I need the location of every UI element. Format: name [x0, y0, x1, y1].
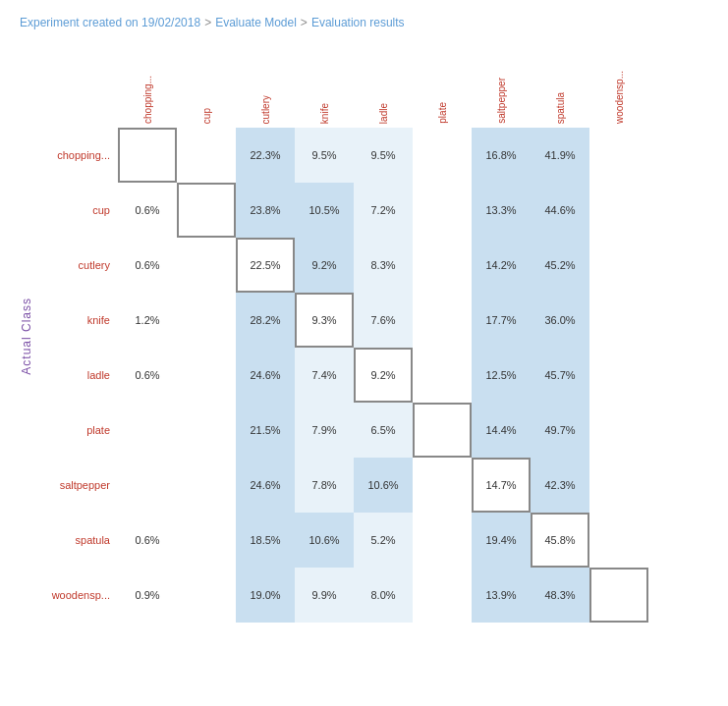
matrix-cell: 14.4%: [472, 403, 531, 458]
matrix-cell: [413, 403, 472, 458]
matrix-cell: 9.5%: [295, 128, 354, 183]
matrix-cell: [413, 183, 472, 238]
matrix-cell: 13.3%: [472, 183, 531, 238]
matrix-cell: [413, 513, 472, 568]
matrix-cell: 24.6%: [236, 458, 295, 513]
matrix-cell: [589, 293, 648, 348]
table-row: ladle0.6%24.6%7.4%9.2%12.5%45.7%: [39, 348, 648, 403]
col-header: cup: [177, 49, 236, 128]
matrix-cell: 6.5%: [354, 403, 413, 458]
matrix-cell: [177, 513, 236, 568]
matrix-cell: 24.6%: [236, 348, 295, 403]
matrix-cell: [589, 458, 648, 513]
matrix-cell: 10.6%: [354, 458, 413, 513]
matrix-cell: [413, 293, 472, 348]
matrix-cell: 8.0%: [354, 568, 413, 623]
row-label: cup: [39, 204, 118, 216]
matrix-cell: 14.7%: [472, 458, 531, 513]
col-header: ladle: [354, 49, 413, 128]
matrix-cell: 5.2%: [354, 513, 413, 568]
matrix-cell: 18.5%: [236, 513, 295, 568]
matrix-cell: 22.3%: [236, 128, 295, 183]
matrix-cell: 49.7%: [531, 403, 589, 458]
matrix-cell: 9.3%: [295, 293, 354, 348]
breadcrumb-part2[interactable]: Evaluate Model: [215, 16, 297, 29]
matrix-cell: 45.7%: [531, 348, 589, 403]
matrix-cell: [413, 128, 472, 183]
matrix-cell: [118, 128, 177, 183]
matrix-cell: 21.5%: [236, 403, 295, 458]
matrix-rows: chopping...22.3%9.5%9.5%16.8%41.9%cup0.6…: [39, 128, 648, 623]
row-label: ladle: [39, 369, 118, 381]
matrix-cell: 13.9%: [472, 568, 531, 623]
matrix-cell: 28.2%: [236, 293, 295, 348]
col-header: woodensp...: [589, 49, 648, 128]
confusion-matrix: chopping...cupcutleryknifeladleplatesalt…: [39, 49, 648, 623]
matrix-cell: 12.5%: [472, 348, 531, 403]
matrix-cell: 17.7%: [472, 293, 531, 348]
row-label: cutlery: [39, 259, 118, 271]
matrix-cell: 7.9%: [295, 403, 354, 458]
matrix-cell: [177, 128, 236, 183]
breadcrumb-sep2: >: [301, 16, 308, 29]
breadcrumb-part3[interactable]: Evaluation results: [311, 16, 405, 29]
matrix-cell: [177, 238, 236, 293]
matrix-cell: [589, 183, 648, 238]
row-label: spatula: [39, 534, 118, 546]
matrix-cell: [589, 568, 648, 623]
breadcrumb-part1[interactable]: Experiment created on 19/02/2018: [20, 16, 200, 29]
matrix-cell: [118, 458, 177, 513]
matrix-cell: 7.2%: [354, 183, 413, 238]
row-label: plate: [39, 424, 118, 436]
matrix-cell: 10.5%: [295, 183, 354, 238]
matrix-cell: [589, 128, 648, 183]
matrix-cell: 7.8%: [295, 458, 354, 513]
matrix-cell: [177, 293, 236, 348]
matrix-cell: [589, 238, 648, 293]
matrix-cell: [177, 183, 236, 238]
col-header: saltpepper: [472, 49, 531, 128]
row-label: saltpepper: [39, 479, 118, 491]
col-header: cutlery: [236, 49, 295, 128]
matrix-cell: 1.2%: [118, 293, 177, 348]
matrix-cell: 0.6%: [118, 348, 177, 403]
matrix-cell: 0.6%: [118, 238, 177, 293]
matrix-cell: 45.2%: [531, 238, 589, 293]
matrix-cell: 9.9%: [295, 568, 354, 623]
matrix-cell: 22.5%: [236, 238, 295, 293]
breadcrumb-sep1: >: [204, 16, 211, 29]
y-axis-label: Actual Class: [20, 298, 33, 375]
matrix-cell: [413, 568, 472, 623]
matrix-cell: 45.8%: [531, 513, 589, 568]
matrix-cell: [589, 348, 648, 403]
matrix-cell: 23.8%: [236, 183, 295, 238]
matrix-cell: 48.3%: [531, 568, 589, 623]
matrix-cell: 36.0%: [531, 293, 589, 348]
col-header: spatula: [531, 49, 589, 128]
column-headers: chopping...cupcutleryknifeladleplatesalt…: [118, 49, 648, 128]
matrix-cell: 8.3%: [354, 238, 413, 293]
table-row: knife1.2%28.2%9.3%7.6%17.7%36.0%: [39, 293, 648, 348]
table-row: saltpepper24.6%7.8%10.6%14.7%42.3%: [39, 458, 648, 513]
matrix-cell: 42.3%: [531, 458, 589, 513]
matrix-cell: 9.5%: [354, 128, 413, 183]
matrix-cell: 9.2%: [295, 238, 354, 293]
matrix-cell: 19.4%: [472, 513, 531, 568]
matrix-cell: 0.6%: [118, 513, 177, 568]
matrix-cell: [413, 458, 472, 513]
breadcrumb: Experiment created on 19/02/2018 > Evalu…: [20, 16, 708, 29]
matrix-cell: [177, 348, 236, 403]
matrix-cell: [589, 403, 648, 458]
matrix-cell: 10.6%: [295, 513, 354, 568]
matrix-cell: 0.9%: [118, 568, 177, 623]
matrix-cell: 7.4%: [295, 348, 354, 403]
table-row: chopping...22.3%9.5%9.5%16.8%41.9%: [39, 128, 648, 183]
matrix-cell: [177, 458, 236, 513]
matrix-cell: 0.6%: [118, 183, 177, 238]
row-label: chopping...: [39, 149, 118, 161]
row-label: woodensp...: [39, 589, 118, 601]
matrix-cell: 14.2%: [472, 238, 531, 293]
col-header: knife: [295, 49, 354, 128]
matrix-cell: [413, 238, 472, 293]
table-row: spatula0.6%18.5%10.6%5.2%19.4%45.8%: [39, 513, 648, 568]
